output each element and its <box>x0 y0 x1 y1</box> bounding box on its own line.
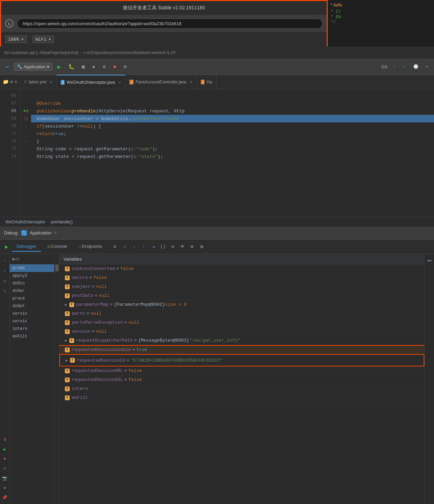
network-selector[interactable]: WiFi ▾ <box>32 36 54 43</box>
mute-icon[interactable]: ⊘ <box>169 243 177 251</box>
filter-sidebar-btn[interactable]: ▽ <box>1 278 9 285</box>
breadcrumb-class: WxOAuth2Interceptor <box>6 220 45 224</box>
restore-icon[interactable]: ⊞ <box>188 243 196 251</box>
step-into-sidebar-btn[interactable]: ↕ <box>1 267 9 275</box>
resume-sidebar-btn[interactable]: ▶ <box>1 445 9 453</box>
step-over-icon[interactable]: ↗ <box>121 243 128 251</box>
marker-74 <box>21 153 31 160</box>
var-request-dispatcher-path[interactable]: ▶ f requestDispatcherPath = {MessageByte… <box>59 336 424 345</box>
add-sidebar-btn[interactable]: + <box>1 288 9 295</box>
var-secure[interactable]: f secure = false <box>59 273 424 282</box>
coverage-icon: ▣ <box>82 64 85 70</box>
coverage-button[interactable]: ▣ <box>79 62 87 71</box>
chevron-down-icon: ▾ <box>47 64 49 69</box>
settings-small-icon[interactable]: ≡ <box>14 79 17 85</box>
expand-icon[interactable]: ▶ <box>65 338 67 343</box>
git-check-button[interactable]: ✓ <box>401 63 408 71</box>
settings-icon[interactable]: ⚙ <box>198 243 206 251</box>
step-out-icon[interactable]: ↑ <box>140 243 148 251</box>
breakpoints-btn[interactable]: ● <box>1 455 9 463</box>
undo-button[interactable]: ↩ <box>423 63 431 71</box>
stack-item-servic1[interactable]: servic <box>10 310 54 317</box>
evaluate-icon[interactable]: ⟨⟩ <box>159 243 167 251</box>
git-history-button[interactable]: 🕐 <box>411 63 421 71</box>
run-configuration-selector[interactable]: 🔧 Application ▾ <box>14 63 53 71</box>
code-line-72: } <box>31 138 434 145</box>
var-field-icon: f <box>65 329 70 334</box>
tab-ha[interactable]: J Ha <box>197 75 217 89</box>
tab-close-icon[interactable]: × <box>118 80 121 85</box>
tab-endpoints[interactable]: ⬡Endpoints <box>73 242 107 252</box>
var-intern[interactable]: f intern <box>59 384 424 393</box>
stack-scrollbar[interactable] <box>55 254 59 504</box>
tab-lation-yml[interactable]: Y lation.yml × <box>20 75 57 89</box>
var-post-data[interactable]: f postData = null <box>59 291 424 300</box>
refresh-button[interactable]: ↻ <box>5 19 13 28</box>
debug-panel: ↓ ↕ ▽ + ⏸ ▶ ● ✎ 📷 ⚙ 📌 ▶≡1 preHa applyI d… <box>0 254 434 504</box>
stack-item-applyi[interactable]: applyI <box>10 272 54 280</box>
left-debug-sidebar: ↓ ↕ ▽ + ⏸ ▶ ● ✎ 📷 ⚙ 📌 <box>0 254 10 504</box>
filter-icon[interactable]: ≡ <box>111 243 119 251</box>
resume-button[interactable]: ▶ <box>3 243 10 251</box>
step-over-sidebar-btn[interactable]: ↓ <box>1 257 9 264</box>
var-do-filt[interactable]: f doFilt <box>59 393 424 402</box>
edit-btn[interactable]: ✎ <box>1 465 9 472</box>
tab-close-icon[interactable]: × <box>50 80 52 84</box>
step-into-icon[interactable]: ↓ <box>130 243 138 251</box>
git-check-icon: ✓ <box>403 64 406 69</box>
settings-sidebar-btn[interactable]: ⚙ <box>1 484 9 492</box>
comment-line-3: */ <box>331 19 431 24</box>
var-requested-session-cookie[interactable]: f requestedSessionCookie = true <box>59 345 424 354</box>
tab-wxoauth2interceptor[interactable]: J WxOAuth2Interceptor.java × <box>57 75 126 89</box>
plus-icon[interactable]: ⊕ <box>10 79 13 85</box>
java-icon: J <box>61 80 65 85</box>
glasses-icon[interactable]: 👓 <box>426 257 433 264</box>
zoom-selector[interactable]: 100% ▾ <box>5 36 27 43</box>
debug-run-button[interactable]: 🐛 <box>66 62 77 71</box>
stop-button[interactable]: ■ <box>110 63 119 71</box>
stack-item-servic2[interactable]: servic <box>10 317 54 325</box>
stack-item-intern[interactable]: intern <box>10 325 54 333</box>
stack-item-preha[interactable]: preHa <box>10 264 54 272</box>
stack-item-proce[interactable]: proce <box>10 295 54 302</box>
expand-icon[interactable]: ▶ <box>65 302 67 307</box>
build-button[interactable]: ⚙ <box>100 62 108 71</box>
bottom-sidebar-btns: ⏸ ▶ ● ✎ 📷 ⚙ 📌 <box>1 436 9 504</box>
play-icon: ▶ <box>57 63 61 70</box>
url-bar[interactable]: https://open.weixin.qq.com/connect/oauth… <box>17 19 323 29</box>
chevron-down-icon: ▾ <box>21 37 24 42</box>
var-requested-session-ssl[interactable]: f requestedSessionSSL = false <box>59 375 424 384</box>
stack-item-dofilt[interactable]: doFilt <box>10 333 54 340</box>
settings-icon: ⚙ <box>124 64 127 70</box>
var-parts-parse-exception[interactable]: f partsParseException = null <box>59 318 424 327</box>
var-session[interactable]: f session = null <box>59 327 424 336</box>
tab-close-icon[interactable]: × <box>190 80 192 84</box>
var-requested-session-id[interactable]: ▶ f requestedSessionId = "E73A2DF2DBEA8F… <box>63 356 421 365</box>
tab-fansaccountcontroller[interactable]: J FansAccountController.java × <box>125 75 196 89</box>
expand-icon[interactable]: ▶ <box>66 358 68 363</box>
profile-button[interactable]: ◈ <box>89 62 98 71</box>
bug-icon: 🐛 <box>68 64 74 70</box>
run-to-cursor-icon[interactable]: ⇥ <box>150 243 157 251</box>
var-parameter-map[interactable]: ▶ f parameterMap = {ParameterMap@8902} s… <box>59 300 424 309</box>
stack-item-dodis[interactable]: doDis <box>10 280 54 287</box>
back-button[interactable]: ↩ <box>3 62 12 72</box>
debug-close-icon[interactable]: × <box>55 231 57 235</box>
var-subject[interactable]: f subject = null <box>59 282 424 291</box>
var-cookies-converted[interactable]: f cookiesConverted = false <box>59 264 424 273</box>
camera-btn[interactable]: 📷 <box>1 474 9 482</box>
var-parts[interactable]: f parts = null <box>59 309 424 318</box>
watches-icon[interactable]: 👁 <box>179 243 186 251</box>
settings-button[interactable]: ⚙ <box>121 62 129 71</box>
run-button[interactable]: ▶ <box>55 62 63 72</box>
stack-item-doget[interactable]: doGet <box>10 302 54 310</box>
tab-console[interactable]: ⊙Console <box>42 242 72 252</box>
git-push-button[interactable]: ↑ <box>390 63 398 71</box>
stack-item-doser[interactable]: doSer <box>10 287 54 295</box>
pin-btn[interactable]: 📌 <box>1 494 9 501</box>
var-requested-session-url[interactable]: f requestedSessionURL = false <box>59 366 424 375</box>
tab-debugger[interactable]: Debugger <box>12 242 41 252</box>
project-icon: 📁 <box>3 79 9 85</box>
tab-label: FansAccountController.java <box>136 80 186 84</box>
pause-btn[interactable]: ⏸ <box>1 436 9 443</box>
